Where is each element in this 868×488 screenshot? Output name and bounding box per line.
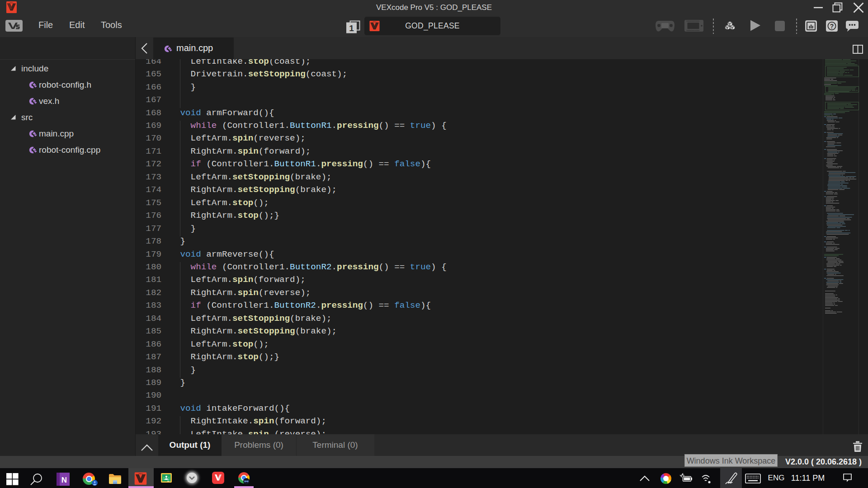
svg-text:N: N [61, 476, 67, 484]
svg-text:PRO: PRO [139, 473, 143, 475]
